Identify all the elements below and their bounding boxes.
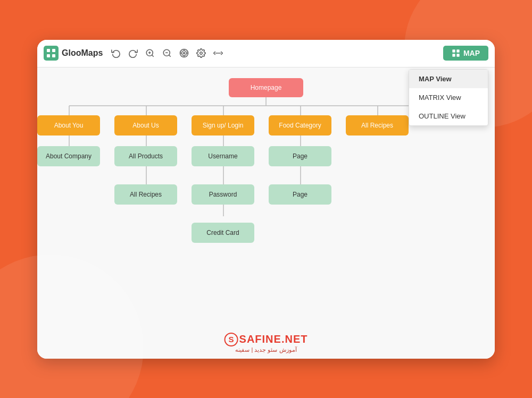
watermark-s-icon: S xyxy=(225,333,238,346)
dropdown-item-map[interactable]: MAP View xyxy=(409,70,488,88)
level1-node-signup[interactable]: Sign up/ Login xyxy=(192,115,254,136)
settings-icon[interactable] xyxy=(196,48,206,58)
level2-page-1[interactable]: Page xyxy=(269,146,331,166)
watermark: S SAFINE.NET آموزش سئو جدید | سفینه xyxy=(225,333,308,353)
zoom-out-icon[interactable] xyxy=(162,48,172,58)
watermark-sub: آموزش سئو جدید | سفینه xyxy=(225,346,308,353)
redo-icon[interactable] xyxy=(128,48,138,58)
svg-point-12 xyxy=(182,51,187,56)
svg-rect-1 xyxy=(47,54,50,57)
logo-text: GlooMaps xyxy=(62,48,103,58)
svg-line-9 xyxy=(169,55,171,56)
svg-rect-23 xyxy=(456,54,459,56)
svg-rect-3 xyxy=(52,54,55,57)
svg-rect-22 xyxy=(452,54,455,56)
svg-point-18 xyxy=(200,52,203,55)
watermark-logo: SAFINE.NET xyxy=(239,333,308,345)
svg-rect-20 xyxy=(452,49,455,52)
svg-point-13 xyxy=(184,53,185,54)
undo-icon[interactable] xyxy=(111,48,121,58)
level2-password[interactable]: Password xyxy=(192,184,254,205)
svg-rect-2 xyxy=(52,49,55,52)
logo-icon xyxy=(44,46,59,61)
level2-about-company[interactable]: About Company xyxy=(37,146,100,166)
target-icon[interactable] xyxy=(179,48,189,58)
map-button[interactable]: MAP xyxy=(443,46,488,61)
dropdown-item-outline[interactable]: OUTLINE View xyxy=(409,107,488,125)
dropdown-item-matrix[interactable]: MATRIX View xyxy=(409,88,488,107)
root-node[interactable]: Homepage xyxy=(229,78,303,97)
toolbar: GlooMaps xyxy=(37,40,495,67)
level1-node-food-cat[interactable]: Food Category xyxy=(269,115,331,136)
dropdown-menu: MAP View MATRIX View OUTLINE View xyxy=(409,69,488,126)
level2-all-products[interactable]: All Products xyxy=(114,146,177,166)
svg-rect-0 xyxy=(47,49,50,52)
toolbar-icons xyxy=(111,48,223,58)
level2-username[interactable]: Username xyxy=(192,146,254,166)
level2-page-2[interactable]: Page xyxy=(269,184,331,205)
logo-area: GlooMaps xyxy=(44,46,103,61)
level2-credit-card[interactable]: Credit Card xyxy=(192,223,254,243)
level1-node-about-you[interactable]: About You xyxy=(37,115,100,136)
level1-node-about-us[interactable]: About Us xyxy=(114,115,177,136)
arrow-icon[interactable] xyxy=(213,48,223,58)
main-card: GlooMaps xyxy=(37,40,495,359)
svg-line-5 xyxy=(152,55,154,56)
level1-node-all-recipes[interactable]: All Recipes xyxy=(346,115,409,136)
level2-all-recipes-sub[interactable]: All Recipes xyxy=(114,184,177,205)
zoom-in-icon[interactable] xyxy=(145,48,155,58)
svg-rect-21 xyxy=(456,49,459,52)
